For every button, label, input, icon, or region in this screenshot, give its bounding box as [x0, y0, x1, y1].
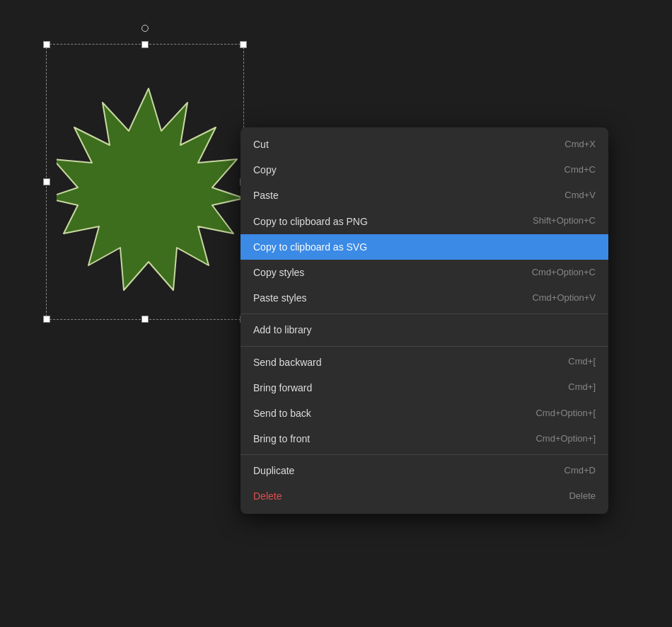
- menu-item-shortcut-copy-styles: Cmd+Option+C: [532, 267, 596, 279]
- menu-item-label-copy-svg: Copy to clipboard as SVG: [253, 241, 367, 253]
- menu-item-label-copy-png: Copy to clipboard as PNG: [253, 215, 368, 228]
- menu-item-send-back[interactable]: Send to backCmd+Option+[: [241, 401, 608, 426]
- menu-item-label-cut: Cut: [253, 138, 269, 151]
- menu-item-shortcut-duplicate: Cmd+D: [564, 465, 596, 477]
- menu-item-label-bring-front: Bring to front: [253, 432, 310, 445]
- menu-item-label-copy: Copy: [253, 163, 277, 176]
- menu-item-delete[interactable]: DeleteDelete: [241, 483, 608, 509]
- selection-box: [46, 44, 244, 320]
- menu-item-shortcut-paste-styles: Cmd+Option+V: [532, 292, 596, 304]
- menu-item-label-duplicate: Duplicate: [253, 464, 294, 477]
- menu-item-shortcut-delete: Delete: [569, 490, 596, 502]
- menu-item-label-send-back: Send to back: [253, 407, 311, 420]
- menu-item-paste-styles[interactable]: Paste stylesCmd+Option+V: [241, 285, 608, 311]
- handle-top-right[interactable]: [240, 41, 247, 48]
- menu-item-bring-front[interactable]: Bring to frontCmd+Option+]: [241, 426, 608, 451]
- handle-bottom-left[interactable]: [43, 316, 50, 323]
- menu-item-shortcut-paste: Cmd+V: [564, 190, 596, 202]
- menu-item-copy-styles[interactable]: Copy stylesCmd+Option+C: [241, 260, 608, 285]
- canvas: CutCmd+XCopyCmd+CPasteCmd+VCopy to clipb…: [0, 0, 672, 627]
- menu-item-duplicate[interactable]: DuplicateCmd+D: [241, 458, 608, 483]
- menu-divider-2: [241, 346, 608, 347]
- menu-item-send-backward[interactable]: Send backwardCmd+[: [241, 350, 608, 375]
- context-menu: CutCmd+XCopyCmd+CPasteCmd+VCopy to clipb…: [241, 127, 608, 514]
- menu-divider-3: [241, 454, 608, 455]
- menu-item-shortcut-cut: Cmd+X: [564, 139, 596, 151]
- menu-item-shortcut-copy: Cmd+C: [564, 164, 596, 176]
- handle-top-left[interactable]: [43, 41, 50, 48]
- menu-item-label-copy-styles: Copy styles: [253, 266, 304, 279]
- handle-bottom-middle[interactable]: [141, 316, 149, 323]
- menu-item-paste[interactable]: PasteCmd+V: [241, 183, 608, 208]
- menu-item-copy-svg[interactable]: Copy to clipboard as SVG: [241, 234, 608, 260]
- menu-item-shortcut-bring-front: Cmd+Option+]: [535, 433, 596, 445]
- menu-item-add-library[interactable]: Add to library: [241, 317, 608, 343]
- menu-item-label-send-backward: Send backward: [253, 356, 322, 369]
- menu-divider-1: [241, 314, 608, 314]
- menu-item-bring-forward[interactable]: Bring forwardCmd+]: [241, 375, 608, 401]
- menu-item-shortcut-send-back: Cmd+Option+[: [535, 408, 596, 420]
- menu-item-label-paste: Paste: [253, 189, 279, 202]
- menu-item-label-delete: Delete: [253, 490, 282, 502]
- menu-item-shortcut-send-backward: Cmd+[: [568, 356, 596, 368]
- menu-item-shortcut-copy-png: Shift+Option+C: [533, 215, 596, 227]
- menu-item-cut[interactable]: CutCmd+X: [241, 132, 608, 157]
- menu-item-shortcut-bring-forward: Cmd+]: [568, 381, 596, 393]
- menu-item-label-paste-styles: Paste styles: [253, 292, 306, 304]
- rotation-handle[interactable]: [141, 25, 149, 32]
- menu-item-copy[interactable]: CopyCmd+C: [241, 157, 608, 183]
- menu-item-label-add-library: Add to library: [253, 323, 311, 336]
- handle-middle-left[interactable]: [43, 178, 50, 185]
- handle-top-middle[interactable]: [141, 41, 149, 48]
- menu-item-label-bring-forward: Bring forward: [253, 381, 312, 394]
- menu-item-copy-png[interactable]: Copy to clipboard as PNGShift+Option+C: [241, 209, 608, 234]
